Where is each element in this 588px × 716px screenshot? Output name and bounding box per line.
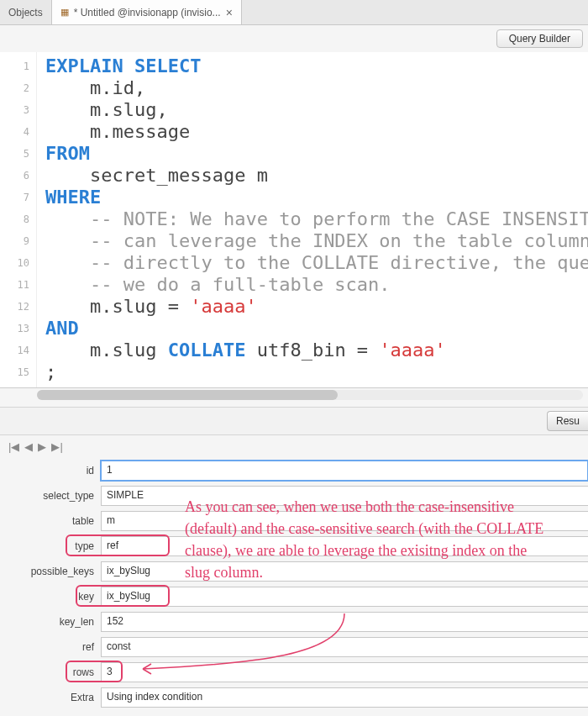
explain-row-select-type: select_type SIMPLE [0,483,588,508]
tab-active-label: * Untitled @invisionapp (invisio... [74,7,221,18]
explain-row-table: table m [0,508,588,534]
first-record-icon[interactable]: |◀ [8,440,19,453]
code-area[interactable]: EXPLAIN SELECT m.id, m.slug, m.messageFR… [37,52,588,387]
value-extra[interactable]: Using index condition [101,687,588,708]
value-ref[interactable]: const [101,637,588,657]
query-builder-button[interactable]: Query Builder [496,29,583,48]
tab-objects[interactable]: Objects [0,0,52,24]
value-select-type[interactable]: SIMPLE [101,486,588,506]
label-possible-keys: possible_keys [0,566,101,577]
tab-objects-label: Objects [8,7,43,18]
toolbar: Query Builder [0,25,588,52]
horizontal-scrollbar[interactable] [37,390,583,400]
label-ref: ref [0,641,101,653]
value-possible-keys[interactable]: ix_bySlug [101,561,588,582]
close-icon[interactable]: × [226,7,233,18]
line-gutter: 123456789101112131415 [0,52,37,387]
tab-bar: Objects ▦ * Untitled @invisionapp (invis… [0,0,588,25]
value-rows[interactable]: 3 [101,662,588,682]
scrollbar-thumb[interactable] [37,390,338,400]
explain-row-rows: rows 3 [0,660,588,685]
value-key-len[interactable]: 152 [101,612,588,632]
label-rows: rows [0,666,101,678]
record-nav: |◀ ◀ ▶ ▶| [0,435,588,458]
explain-output: id 1 select_type SIMPLE table m type ref… [0,458,588,716]
explain-row-ref: ref const [0,634,588,660]
label-extra: Extra [0,692,101,703]
prev-record-icon[interactable]: ◀ [24,440,33,453]
label-type: type [0,540,101,552]
results-tab[interactable]: Resu [547,411,588,431]
sql-editor[interactable]: 123456789101112131415 EXPLAIN SELECT m.i… [0,52,588,388]
value-type[interactable]: ref [101,536,588,556]
explain-row-type: type ref [0,534,588,559]
explain-row-id: id 1 [0,458,588,483]
value-key[interactable]: ix_bySlug [101,587,588,607]
label-key: key [0,591,101,603]
tab-query-active[interactable]: ▦ * Untitled @invisionapp (invisio... × [52,0,242,24]
results-header: Resu [0,407,588,435]
last-record-icon[interactable]: ▶| [51,440,62,453]
label-select-type: select_type [0,490,101,502]
label-key-len: key_len [0,616,101,628]
label-id: id [0,465,101,476]
explain-row-extra: Extra Using index condition [0,685,588,710]
explain-row-key-len: key_len 152 [0,609,588,634]
table-icon: ▦ [60,7,69,18]
value-table[interactable]: m [101,511,588,531]
next-record-icon[interactable]: ▶ [38,440,46,453]
label-table: table [0,515,101,527]
explain-row-possible-keys: possible_keys ix_bySlug [0,559,588,584]
explain-row-key: key ix_bySlug [0,584,588,609]
value-id[interactable]: 1 [101,461,588,481]
